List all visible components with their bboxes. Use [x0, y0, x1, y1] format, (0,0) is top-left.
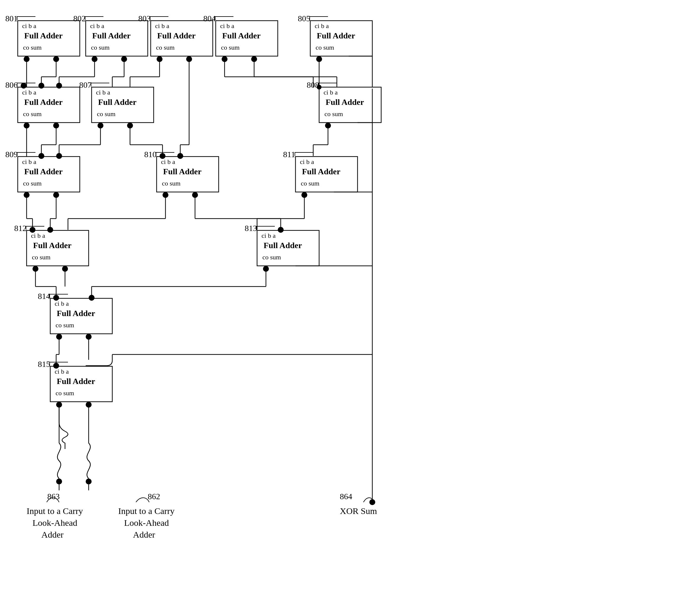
svg-text:co      sum: co sum	[23, 110, 42, 118]
svg-text:co      sum: co sum	[324, 110, 343, 118]
svg-text:ci  b   a: ci b a	[324, 88, 338, 96]
svg-text:813: 813	[245, 224, 257, 233]
svg-text:co      sum: co sum	[32, 253, 50, 261]
svg-text:804: 804	[203, 14, 216, 23]
svg-text:ci  b   a: ci b a	[300, 158, 314, 165]
fa-807: ci b a Full Adder co sum 807	[79, 80, 154, 129]
fa-804: ci b a Full Adder co sum 804	[203, 14, 278, 62]
svg-text:812: 812	[14, 224, 27, 233]
svg-text:Full Adder: Full Adder	[57, 309, 95, 318]
svg-text:Full Adder: Full Adder	[222, 31, 260, 40]
svg-text:co      sum: co sum	[91, 44, 110, 51]
svg-text:co      sum: co sum	[55, 389, 74, 397]
svg-text:ci  b   a: ci b a	[31, 232, 45, 239]
svg-text:Look-Ahead: Look-Ahead	[124, 518, 169, 528]
svg-text:co      sum: co sum	[262, 253, 281, 261]
svg-text:Full Adder: Full Adder	[157, 31, 196, 40]
fa-805: ci b a Full Adder co sum 805	[298, 14, 372, 88]
svg-text:802: 802	[73, 14, 86, 23]
svg-text:809: 809	[5, 150, 18, 159]
svg-text:co      sum: co sum	[55, 322, 74, 329]
svg-text:811: 811	[283, 150, 295, 159]
svg-text:ci  b   a: ci b a	[161, 158, 175, 165]
svg-text:ci  b   a: ci b a	[220, 22, 234, 29]
svg-text:XOR Sum: XOR Sum	[340, 506, 377, 516]
svg-text:Full Adder: Full Adder	[24, 31, 63, 40]
svg-text:Adder: Adder	[41, 530, 63, 539]
fa-811: ci b a Full Adder co sum 811	[283, 150, 372, 198]
svg-text:ci  b   a: ci b a	[90, 22, 104, 29]
svg-text:co      sum: co sum	[221, 44, 240, 51]
svg-text:Full Adder: Full Adder	[98, 97, 137, 107]
circuit-diagram: ci b a Full Adder co sum 801 ci b a Full…	[0, 0, 700, 589]
svg-text:Input to a Carry: Input to a Carry	[118, 506, 175, 516]
svg-text:Full Adder: Full Adder	[57, 377, 95, 386]
svg-text:Full Adder: Full Adder	[92, 31, 131, 40]
fa-815: ci b a Full Adder co sum 815	[38, 360, 112, 408]
fa-814: ci b a Full Adder co sum 814	[38, 291, 112, 340]
fa-803: ci b a Full Adder co sum 803	[138, 14, 213, 62]
svg-text:co      sum: co sum	[316, 44, 334, 51]
svg-text:ci  b   a: ci b a	[261, 232, 276, 239]
svg-text:863: 863	[47, 492, 60, 501]
svg-text:Full Adder: Full Adder	[326, 97, 364, 107]
svg-text:806: 806	[5, 80, 18, 89]
svg-text:ci  b   a: ci b a	[55, 368, 69, 375]
svg-text:co      sum: co sum	[23, 180, 42, 187]
svg-text:Adder: Adder	[133, 530, 155, 539]
svg-text:ci  b   a: ci b a	[315, 22, 329, 29]
svg-text:Input to a Carry: Input to a Carry	[27, 506, 83, 516]
diagram-container: ci b a Full Adder co sum 801 ci b a Full…	[0, 0, 700, 589]
svg-text:co      sum: co sum	[301, 180, 319, 187]
svg-point-219	[56, 478, 62, 484]
svg-text:Full Adder: Full Adder	[317, 31, 355, 40]
fa-813: ci b a Full Adder co sum 813	[245, 224, 372, 272]
svg-text:864: 864	[340, 492, 352, 501]
svg-text:ci  b   a: ci b a	[55, 300, 69, 307]
svg-point-51	[21, 83, 27, 88]
fa-801: ci b a Full Adder co sum 801	[5, 14, 80, 62]
svg-text:862: 862	[148, 492, 160, 501]
svg-text:815: 815	[38, 360, 50, 369]
svg-text:Look-Ahead: Look-Ahead	[32, 518, 77, 528]
svg-text:801: 801	[5, 14, 18, 23]
svg-text:Full Adder: Full Adder	[24, 97, 63, 107]
svg-text:814: 814	[38, 291, 50, 301]
svg-text:Full Adder: Full Adder	[163, 167, 201, 176]
svg-text:ci  b   a: ci b a	[96, 88, 110, 96]
svg-point-217	[369, 499, 375, 505]
fa-802: ci b a Full Adder co sum 802	[73, 14, 148, 62]
svg-text:ci  b   a: ci b a	[22, 158, 36, 165]
svg-text:ci  b   a: ci b a	[155, 22, 169, 29]
fa-806: ci b a Full Adder co sum 806	[5, 80, 80, 129]
svg-point-223	[86, 478, 92, 484]
fa-810: ci b a Full Adder co sum 810	[144, 150, 219, 198]
svg-point-96	[317, 85, 322, 89]
svg-text:Full Adder: Full Adder	[33, 241, 71, 250]
svg-text:Full Adder: Full Adder	[264, 241, 302, 250]
svg-text:co      sum: co sum	[156, 44, 175, 51]
svg-text:co      sum: co sum	[23, 44, 42, 51]
svg-text:803: 803	[138, 14, 151, 23]
svg-text:ci  b   a: ci b a	[22, 22, 36, 29]
svg-text:807: 807	[79, 80, 92, 89]
svg-text:co      sum: co sum	[162, 180, 181, 187]
svg-text:ci  b   a: ci b a	[22, 88, 36, 96]
fa-809: ci b a Full Adder co sum 809	[5, 150, 80, 198]
fa-812: ci b a Full Adder co sum 812	[14, 224, 89, 272]
svg-text:810: 810	[144, 150, 157, 159]
svg-text:co      sum: co sum	[97, 110, 116, 118]
svg-text:Full Adder: Full Adder	[24, 167, 63, 176]
svg-text:805: 805	[298, 14, 310, 23]
svg-text:Full Adder: Full Adder	[302, 167, 340, 176]
